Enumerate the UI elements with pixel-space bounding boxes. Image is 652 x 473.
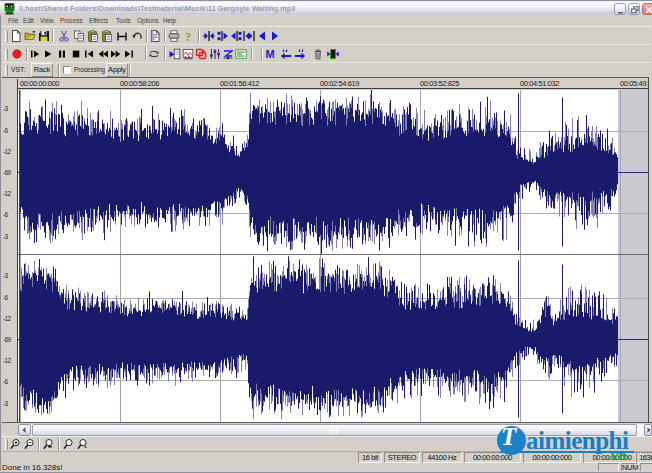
menu-effects[interactable]: Effects xyxy=(89,15,108,26)
grip-dot xyxy=(336,428,337,434)
arrows-converge-bar-icon[interactable] xyxy=(202,29,216,43)
new-document-icon[interactable] xyxy=(9,29,23,43)
zoom-selection-magnifier-icon[interactable] xyxy=(41,437,55,451)
db-ruler: -3-3-6-6-12-12-69-3-3-6-6-12-12-69 xyxy=(0,79,18,423)
scrollbar-thumb[interactable] xyxy=(32,424,637,436)
status-pane: 00:00:00:000 xyxy=(464,452,521,463)
go-to-start-icon[interactable] xyxy=(82,47,96,61)
batch-red-loop-icon[interactable] xyxy=(194,47,208,61)
zoom-in-magnifier-icon[interactable] xyxy=(8,437,22,451)
wave-view: 00:00:00:00000:00:58:20600:01:56:41200:0… xyxy=(0,77,652,422)
toolbar-separator xyxy=(251,47,253,60)
arrow-left-bar-dots-icon[interactable] xyxy=(229,29,243,43)
toolbar-separator xyxy=(38,438,40,451)
open-folder-icon[interactable] xyxy=(23,29,37,43)
scroll-right-button[interactable] xyxy=(644,424,652,436)
triangle-left-icon[interactable] xyxy=(255,29,269,43)
zoom-reset-magnifier-icon[interactable] xyxy=(75,437,89,451)
undo-arrow-icon[interactable] xyxy=(130,29,144,43)
interpolate-z-slider-icon[interactable] xyxy=(221,47,235,61)
play-triangle-icon[interactable] xyxy=(41,47,55,61)
help-question-icon[interactable]: ? xyxy=(181,29,195,43)
processing-label: Processing xyxy=(74,65,105,74)
grip-dot xyxy=(333,428,334,434)
db-scale-label: -12 xyxy=(3,148,11,155)
db-scale-label: -69 xyxy=(3,336,11,343)
db-scale-label: -6 xyxy=(3,378,8,385)
wavosaur-window: \\.host\Shared Folders\Downloads\Testmat… xyxy=(0,0,652,473)
zoom-vertical-magnifier-icon[interactable] xyxy=(61,437,75,451)
toolbar-separator xyxy=(26,47,28,60)
menu-file[interactable]: File xyxy=(8,15,18,26)
paste-clipboard-icon[interactable] xyxy=(86,29,100,43)
db-scale-label: -6 xyxy=(3,127,8,134)
play-insert-document-icon[interactable] xyxy=(168,47,182,61)
transport-toolbar: M xyxy=(2,44,650,62)
toolbar-grip[interactable] xyxy=(5,31,8,42)
save-floppy-icon[interactable] xyxy=(37,29,51,43)
menu-edit[interactable]: Edit xyxy=(23,15,34,26)
copy-to-new-document-icon[interactable] xyxy=(148,29,162,43)
zoom-out-magnifier-icon[interactable] xyxy=(22,437,36,451)
toolbar-grip[interactable] xyxy=(5,49,8,60)
db-scale-label: -3 xyxy=(3,105,8,112)
title-bar: \\.host\Shared Folders\Downloads\Testmat… xyxy=(0,0,652,15)
scroll-left-button[interactable] xyxy=(18,424,31,436)
zoom-toolbar xyxy=(2,436,650,451)
play-between-markers-icon[interactable] xyxy=(326,47,340,61)
copy-pages-icon[interactable] xyxy=(72,29,86,43)
timeline-label: 00:05:49:2 xyxy=(620,79,650,89)
fast-forward-icon[interactable] xyxy=(109,47,123,61)
statistics-graph-icon[interactable] xyxy=(181,47,195,61)
toolbar-separator xyxy=(198,29,200,42)
waveform-display[interactable] xyxy=(18,90,648,422)
restore-button[interactable] xyxy=(628,3,640,15)
next-marker-arrow-icon[interactable] xyxy=(293,47,307,61)
toolbar-separator xyxy=(261,47,263,60)
wavosaur-app-icon xyxy=(3,2,16,15)
previous-marker-arrow-icon[interactable] xyxy=(279,47,293,61)
minimize-button[interactable] xyxy=(614,3,626,15)
go-to-end-icon[interactable] xyxy=(122,47,136,61)
toolbar-grip[interactable] xyxy=(5,65,8,76)
paste-special-clipboard-icon[interactable] xyxy=(100,29,114,43)
loop-arrows-icon[interactable] xyxy=(147,47,161,61)
scroll-left-arrow-icon xyxy=(19,425,30,435)
mixer-faders-icon[interactable] xyxy=(208,47,222,61)
processing-checkbox[interactable] xyxy=(63,66,71,74)
menu-process[interactable]: Process xyxy=(60,15,83,26)
toolbar-separator xyxy=(145,47,147,60)
delete-marker-trash-icon[interactable] xyxy=(311,47,325,61)
bars-arrows-outward-icon[interactable] xyxy=(242,29,256,43)
toolbar-separator xyxy=(164,47,166,60)
timeline-ruler[interactable]: 00:00:00:00000:00:58:20600:01:56:41200:0… xyxy=(18,79,650,89)
window-frame-right xyxy=(648,77,652,422)
menu-view[interactable]: View xyxy=(40,15,54,26)
play-from-cursor-icon[interactable] xyxy=(28,47,42,61)
rewind-icon[interactable] xyxy=(96,47,110,61)
record-circle-icon[interactable] xyxy=(10,47,24,61)
window-title: \\.host\Shared Folders\Downloads\Testmat… xyxy=(19,4,295,13)
trim-crop-icon[interactable] xyxy=(115,29,129,43)
stop-square-icon[interactable] xyxy=(69,47,83,61)
menu-options[interactable]: Options xyxy=(137,15,159,26)
menu-bar: FileEditViewProcessEffectsToolsOptionsHe… xyxy=(2,15,650,26)
menu-help[interactable]: Help xyxy=(163,15,176,26)
cut-scissors-icon[interactable] xyxy=(57,29,71,43)
status-pane: STEREO xyxy=(384,452,420,463)
kick-text-grid-icon[interactable] xyxy=(234,47,248,61)
vst-rack-button[interactable]: Rack xyxy=(31,63,53,77)
main-toolbar: ? xyxy=(2,26,650,44)
vst-toolbar: VST: Rack Processing Apply xyxy=(2,62,650,77)
marker-m-icon[interactable]: M xyxy=(263,47,277,61)
triangle-right-icon[interactable] xyxy=(268,29,282,43)
db-scale-label: -12 xyxy=(3,190,11,197)
vst-apply-button[interactable]: Apply xyxy=(106,63,128,77)
db-scale-label: -69 xyxy=(3,169,11,176)
dots-bar-arrow-right-icon[interactable] xyxy=(216,29,230,43)
menu-tools[interactable]: Tools xyxy=(116,15,131,26)
status-pane: 00:00:00:000 xyxy=(523,452,581,463)
close-button[interactable] xyxy=(642,3,652,15)
printer-icon[interactable] xyxy=(167,29,181,43)
pause-bars-icon[interactable] xyxy=(55,47,69,61)
